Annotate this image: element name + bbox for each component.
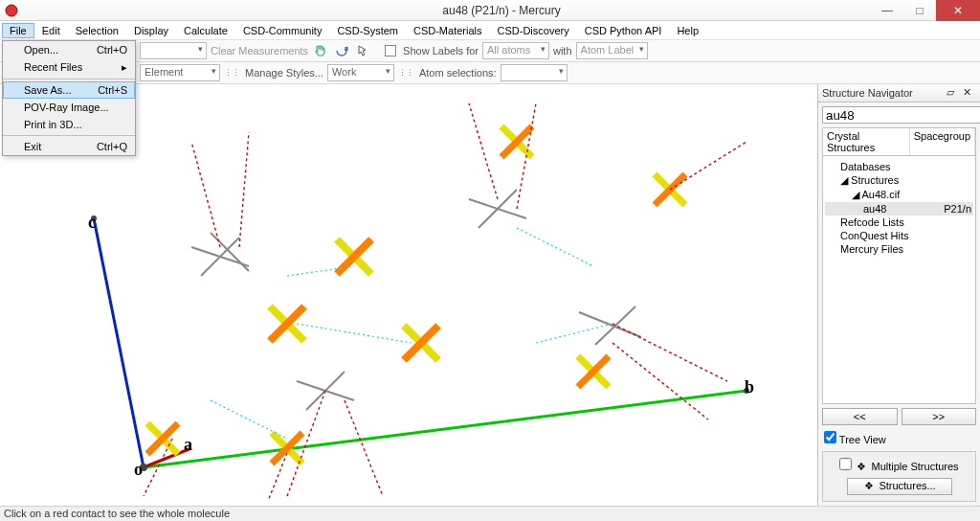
svg-line-36: [345, 400, 383, 496]
svg-line-9: [579, 312, 641, 337]
panel-titlebar: Structure Navigator ▱ ✕: [818, 84, 980, 102]
menu-print-3d[interactable]: Print in 3D...: [3, 116, 135, 133]
multiple-structures-label: Multiple Structures: [872, 461, 959, 472]
tree-view-toggle[interactable]: Tree View: [824, 434, 886, 445]
label-type-combo[interactable]: Atom Label: [576, 42, 649, 59]
titlebar: au48 (P21/n) - Mercury — □ ✕: [0, 0, 980, 21]
menu-separator: [3, 135, 135, 136]
menu-open-accel: Ctrl+O: [97, 44, 127, 56]
status-text: Click on a red contact to see the whole …: [4, 508, 230, 519]
axis-b-label: b: [745, 377, 754, 397]
menu-selection[interactable]: Selection: [68, 23, 126, 38]
manage-styles-button[interactable]: Manage Styles...: [245, 67, 323, 79]
svg-line-34: [612, 343, 708, 419]
svg-line-10: [595, 306, 635, 345]
next-structure-button[interactable]: >>: [902, 408, 977, 425]
menu-separator: [3, 79, 135, 79]
toolbar-grip-icon: ⋮⋮: [398, 68, 413, 78]
undock-icon[interactable]: ▱: [947, 86, 960, 100]
menu-print3d-label: Print in 3D...: [24, 119, 82, 130]
toolbar-2: Element ⋮⋮ Manage Styles... Work ⋮⋮ Atom…: [0, 62, 980, 84]
close-panel-icon[interactable]: ✕: [963, 86, 976, 100]
clear-measurements-button[interactable]: Clear Measurements: [211, 45, 308, 57]
menu-exit-accel: Ctrl+Q: [97, 141, 127, 152]
svg-line-6: [211, 233, 249, 271]
tree-cif-file[interactable]: ◢ Au48.cif: [825, 188, 973, 202]
svg-line-1: [94, 218, 144, 467]
column-headers: Crystal Structures Spacegroup: [822, 127, 976, 156]
tree-view-checkbox[interactable]: [824, 431, 836, 443]
multiple-structures-toggle[interactable]: ❖ Multiple Structures: [839, 461, 958, 472]
minimize-button[interactable]: —: [871, 0, 903, 21]
svg-line-39: [670, 142, 746, 190]
menu-csd-community[interactable]: CSD-Community: [235, 23, 330, 38]
labels-target-combo[interactable]: All atoms: [482, 42, 549, 59]
hand-tool-icon[interactable]: [312, 42, 329, 59]
combo-generic[interactable]: [140, 42, 207, 59]
prev-structure-button[interactable]: <<: [822, 408, 898, 425]
svg-line-44: [211, 400, 287, 439]
multiple-structures-checkbox[interactable]: [839, 458, 852, 470]
menu-csd-python[interactable]: CSD Python API: [577, 23, 670, 38]
svg-line-8: [479, 190, 517, 228]
maximize-button[interactable]: □: [903, 0, 936, 21]
toolbar-grip-icon: ⋮⋮: [224, 68, 239, 78]
menu-csd-discovery[interactable]: CSD-Discovery: [490, 23, 577, 38]
tree-mercury-files[interactable]: Mercury Files: [825, 242, 973, 256]
atom-selections-label: Atom selections:: [419, 67, 497, 79]
structure-navigator-panel: Structure Navigator ▱ ✕ Find Crystal Str…: [817, 84, 980, 506]
col-crystal-structures[interactable]: Crystal Structures: [823, 128, 910, 155]
menu-csd-materials[interactable]: CSD-Materials: [406, 23, 490, 38]
select-tool-icon[interactable]: [354, 42, 371, 59]
app-icon: [4, 3, 19, 18]
menu-saveas-accel: Ctrl+S: [98, 84, 127, 96]
close-button[interactable]: ✕: [936, 0, 980, 21]
menu-povray[interactable]: POV-Ray Image...: [3, 99, 135, 116]
svg-point-0: [6, 5, 17, 16]
show-labels-checkbox[interactable]: [385, 45, 396, 57]
axis-c-label: c: [88, 213, 96, 233]
axis-a-label: a: [184, 435, 192, 455]
menu-calculate[interactable]: Calculate: [176, 23, 235, 38]
tree-entry-au48[interactable]: au48P21/n: [825, 202, 973, 215]
col-spacegroup[interactable]: Spacegroup: [910, 128, 975, 155]
menu-csd-system[interactable]: CSD-System: [329, 23, 406, 38]
svg-line-30: [239, 132, 249, 247]
menu-save-as[interactable]: Save As...Ctrl+S: [3, 81, 135, 99]
show-labels-label: Show Labels for: [403, 45, 479, 57]
menu-open[interactable]: Open...Ctrl+O: [3, 41, 135, 58]
structures-icon: ❖: [862, 480, 876, 493]
tree-refcode-lists[interactable]: Refcode Lists: [825, 215, 973, 229]
menu-exit[interactable]: ExitCtrl+Q: [3, 138, 135, 155]
menu-edit[interactable]: Edit: [34, 23, 68, 38]
tree-databases[interactable]: Databases: [825, 160, 973, 173]
with-label: with: [553, 45, 572, 57]
status-bar: Click on a red contact to see the whole …: [0, 506, 980, 521]
menu-help[interactable]: Help: [669, 23, 706, 38]
svg-line-29: [191, 142, 220, 247]
menu-display[interactable]: Display: [126, 23, 176, 38]
structures-icon: ❖: [855, 461, 868, 474]
panel-controls: ▱ ✕: [947, 86, 976, 100]
toolbar-1: Clear Measurements Show Labels for All a…: [0, 40, 980, 62]
menu-file[interactable]: File: [2, 23, 34, 38]
search-input[interactable]: [822, 106, 980, 124]
tree-structures[interactable]: ◢ Structures: [825, 173, 973, 188]
rotate-tool-icon[interactable]: [333, 42, 350, 59]
tree-view-label: Tree View: [839, 434, 886, 445]
menu-povray-label: POV-Ray Image...: [24, 102, 109, 113]
style-combo[interactable]: Work: [327, 64, 394, 81]
tree-conquest-hits[interactable]: ConQuest Hits: [825, 229, 973, 242]
menubar: File Edit Selection Display Calculate CS…: [0, 21, 980, 40]
color-by-combo[interactable]: Element: [140, 64, 220, 81]
structures-button[interactable]: ❖ Structures...: [847, 478, 952, 495]
svg-line-42: [517, 228, 593, 266]
svg-line-2: [144, 391, 746, 467]
structure-tree[interactable]: Databases ◢ Structures ◢ Au48.cif au48P2…: [822, 156, 976, 404]
menu-exit-label: Exit: [24, 141, 41, 152]
svg-line-33: [612, 324, 727, 381]
atom-selections-combo[interactable]: [501, 64, 568, 81]
file-menu-dropdown: Open...Ctrl+O Recent Files▸ Save As...Ct…: [2, 40, 136, 156]
menu-recent-files[interactable]: Recent Files▸: [3, 58, 135, 77]
svg-line-41: [297, 324, 412, 343]
